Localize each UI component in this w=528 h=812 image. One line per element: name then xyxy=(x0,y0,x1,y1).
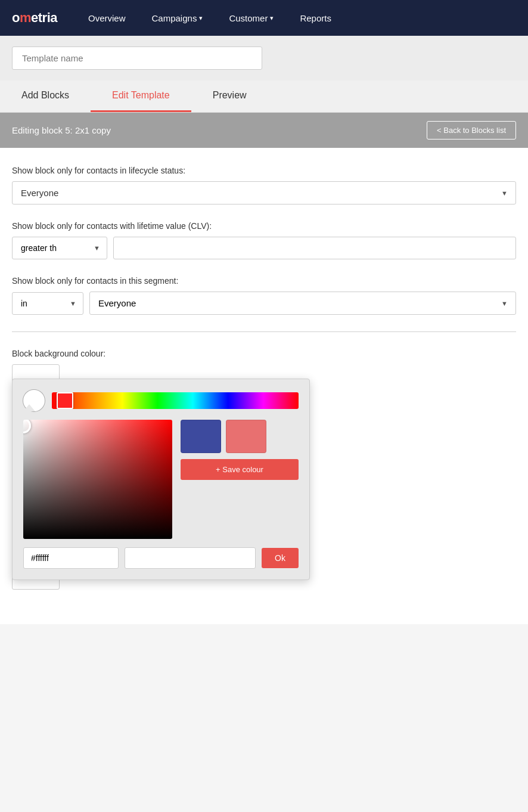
segment-label: Show block only for contacts in this seg… xyxy=(12,276,516,286)
ok-button[interactable]: Ok xyxy=(262,548,299,568)
nav-campaigns[interactable]: Campaigns ▾ xyxy=(139,0,216,36)
template-name-bar xyxy=(0,36,528,80)
tab-edit-template[interactable]: Edit Template xyxy=(91,80,191,112)
lifecycle-status-select-wrapper: Everyone Prospect Active Customer Lapsed… xyxy=(12,181,516,204)
segment-row: in not in Everyone Segment A Segment B xyxy=(12,292,516,315)
segment-section: Show block only for contacts in this seg… xyxy=(12,276,516,315)
hex-input[interactable] xyxy=(23,547,119,569)
clv-label: Show block only for contacts with lifeti… xyxy=(12,221,516,231)
block-bg-colour-section: Block background colour: xyxy=(12,349,516,386)
swatch-2[interactable] xyxy=(226,420,266,453)
segment-in-select[interactable]: in not in xyxy=(12,292,83,315)
saved-swatches xyxy=(181,420,299,453)
clv-operator-wrapper: greater th less than equal to xyxy=(12,237,107,259)
gradient-area[interactable] xyxy=(23,420,172,539)
swatch-1[interactable] xyxy=(181,420,221,453)
campaigns-chevron-icon: ▾ xyxy=(199,14,203,22)
back-to-blocks-button[interactable]: < Back to Blocks list xyxy=(427,121,516,140)
segment-value-wrapper: Everyone Segment A Segment B xyxy=(89,292,516,315)
hex-row: Ok xyxy=(23,547,299,569)
clv-value-input[interactable] xyxy=(113,237,516,259)
editing-bar: Editing block 5: 2x1 copy < Back to Bloc… xyxy=(0,113,528,148)
lifecycle-status-section: Show block only for contacts in lifecycl… xyxy=(12,166,516,204)
picker-arrow xyxy=(23,404,35,411)
lifecycle-status-label: Show block only for contacts in lifecycl… xyxy=(12,166,516,175)
segment-value-select[interactable]: Everyone Segment A Segment B xyxy=(89,292,516,315)
main-content: Show block only for contacts in lifecycl… xyxy=(0,148,528,624)
clv-operator-select[interactable]: greater th less than equal to xyxy=(12,237,107,259)
saved-colors-panel: + Save colour xyxy=(181,420,299,539)
section-divider xyxy=(12,331,516,332)
hue-slider[interactable] xyxy=(52,392,299,409)
lifecycle-status-select[interactable]: Everyone Prospect Active Customer Lapsed… xyxy=(12,181,516,204)
save-colour-button[interactable]: + Save colour xyxy=(181,459,299,480)
block-bg-colour-label: Block background colour: xyxy=(12,349,516,358)
logo-text: ometria xyxy=(12,10,57,25)
clv-row: greater th less than equal to xyxy=(12,237,516,259)
hue-indicator xyxy=(57,392,73,409)
nav-items: Overview Campaigns ▾ Customer ▾ Reports xyxy=(75,0,344,36)
gradient-pointer xyxy=(23,420,31,433)
editing-block-title: Editing block 5: 2x1 copy xyxy=(12,125,111,135)
customer-chevron-icon: ▾ xyxy=(270,14,274,22)
navigation: ometria Overview Campaigns ▾ Customer ▾ … xyxy=(0,0,528,36)
nav-reports[interactable]: Reports xyxy=(287,0,344,36)
color-picker-popup: + Save colour Ok xyxy=(12,379,310,580)
nav-overview[interactable]: Overview xyxy=(75,0,139,36)
template-name-input[interactable] xyxy=(12,47,262,70)
segment-in-wrapper: in not in xyxy=(12,292,83,315)
tab-add-blocks[interactable]: Add Blocks xyxy=(0,80,91,112)
clv-section: Show block only for contacts with lifeti… xyxy=(12,221,516,259)
nav-customer[interactable]: Customer ▾ xyxy=(216,0,287,36)
picker-middle: + Save colour xyxy=(23,420,299,539)
logo[interactable]: ometria xyxy=(12,10,57,26)
hue-row xyxy=(23,390,299,411)
opacity-input[interactable] xyxy=(125,547,256,569)
tabs-bar: Add Blocks Edit Template Preview xyxy=(0,80,528,113)
tab-preview[interactable]: Preview xyxy=(191,80,268,112)
